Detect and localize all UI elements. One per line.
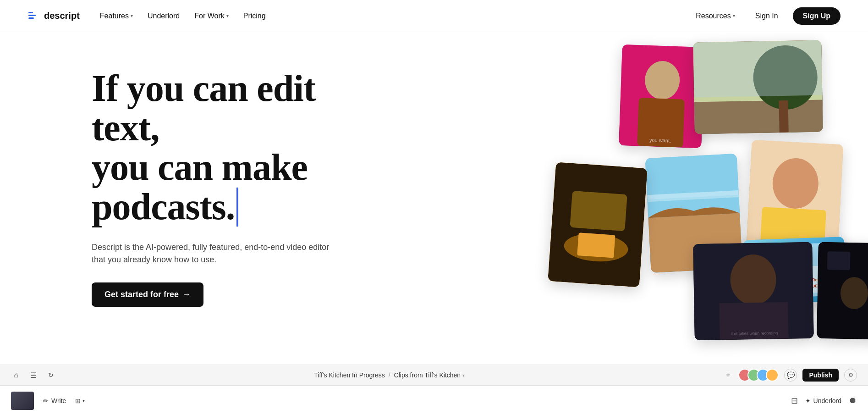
svg-text:DESIR: DESIR bbox=[812, 284, 824, 288]
svg-point-13 bbox=[771, 157, 820, 210]
svg-rect-29 bbox=[719, 302, 788, 340]
nav-resources-label: Resources bbox=[696, 12, 731, 20]
portrait-silhouette-1: you want. bbox=[619, 44, 705, 148]
settings-icon[interactable]: ⚙ bbox=[844, 369, 857, 382]
svg-rect-14 bbox=[759, 207, 826, 259]
nav-for-work-label: For Work bbox=[194, 12, 224, 20]
cta-arrow-icon: → bbox=[182, 290, 191, 299]
comment-icon[interactable]: 💬 bbox=[784, 369, 797, 382]
write-tool[interactable]: ✏ Write bbox=[43, 397, 66, 404]
media-card-desert bbox=[645, 154, 743, 273]
format-chevron-icon: ▾ bbox=[82, 398, 85, 403]
svg-rect-24 bbox=[806, 266, 834, 293]
app-chrome-bottombar: ✏ Write ⊞ ▾ ⊟ ✦ Underlord ⏺ bbox=[0, 386, 868, 415]
features-chevron-icon: ▾ bbox=[131, 13, 133, 18]
hero-headline-line1: If you can edit text, bbox=[92, 67, 315, 149]
breadcrumb-project[interactable]: Tiff's Kitchen In Progress bbox=[314, 371, 385, 379]
navbar: descript Features ▾ Underlord For Work ▾… bbox=[0, 0, 868, 32]
media-card-studio bbox=[817, 242, 868, 341]
format-selector[interactable]: ⊞ ▾ bbox=[75, 397, 85, 404]
svg-rect-3 bbox=[619, 44, 705, 148]
logo[interactable]: descript bbox=[27, 10, 80, 22]
svg-point-28 bbox=[730, 254, 777, 305]
svg-rect-23 bbox=[752, 243, 837, 299]
cta-button[interactable]: Get started for free → bbox=[92, 282, 203, 307]
breadcrumb-clip[interactable]: Clips from Tiff's Kitchen ▾ bbox=[394, 371, 465, 379]
resources-chevron-icon: ▾ bbox=[733, 13, 735, 18]
hero-subtext: Descript is the AI-powered, fully featur… bbox=[92, 241, 330, 266]
hero-content: If you can edit text, you can make podca… bbox=[0, 32, 367, 307]
svg-rect-27 bbox=[693, 242, 814, 341]
timeline-icon[interactable]: ⊟ bbox=[791, 396, 798, 406]
menu-icon[interactable]: ☰ bbox=[28, 370, 38, 380]
hero-headline-line2: you can make podcasts. bbox=[92, 146, 308, 227]
media-card-outdoor bbox=[693, 40, 823, 134]
svg-rect-18 bbox=[648, 213, 742, 273]
app-chrome: ⌂ ☰ ↻ Tiff's Kitchen In Progress / Clips… bbox=[0, 365, 868, 415]
logo-icon bbox=[27, 10, 40, 22]
svg-rect-10 bbox=[779, 100, 789, 133]
svg-text:# of takes when recording: # of takes when recording bbox=[731, 331, 778, 336]
nav-pricing-label: Pricing bbox=[243, 12, 266, 20]
chrome-right-icons: + 💬 Publish ⚙ bbox=[723, 369, 857, 382]
underlord-button[interactable]: ✦ Underlord bbox=[805, 397, 841, 404]
video-thumbnail bbox=[11, 392, 34, 410]
media-collage: you want. bbox=[456, 32, 868, 353]
breadcrumb-chevron-icon: ▾ bbox=[462, 373, 465, 378]
nav-pricing[interactable]: Pricing bbox=[238, 8, 271, 24]
media-card-portrait-2 bbox=[746, 140, 844, 259]
svg-rect-17 bbox=[647, 195, 739, 202]
svg-rect-22 bbox=[577, 232, 615, 258]
add-icon[interactable]: + bbox=[723, 370, 733, 380]
svg-point-21 bbox=[563, 232, 629, 264]
nav-underlord[interactable]: Underlord bbox=[142, 8, 185, 24]
chrome-bottom-left: ✏ Write ⊞ ▾ bbox=[11, 392, 85, 410]
svg-rect-7 bbox=[693, 40, 823, 134]
nav-features[interactable]: Features ▾ bbox=[94, 8, 138, 24]
breadcrumb-separator: / bbox=[389, 371, 390, 379]
nav-resources[interactable]: Resources ▾ bbox=[690, 8, 740, 24]
media-card-portrait-1: you want. bbox=[619, 44, 705, 148]
svg-text:Rebeca: Rebeca bbox=[812, 277, 828, 282]
svg-rect-12 bbox=[746, 140, 844, 259]
desert-landscape bbox=[645, 154, 743, 273]
svg-point-9 bbox=[753, 45, 818, 110]
svg-rect-19 bbox=[548, 162, 648, 287]
svg-rect-11 bbox=[693, 40, 822, 98]
hero-section: If you can edit text, you can make podca… bbox=[0, 0, 868, 415]
layout-icon: ⊞ bbox=[75, 397, 81, 404]
chrome-breadcrumb: Tiff's Kitchen In Progress / Clips from … bbox=[314, 371, 465, 379]
svg-rect-16 bbox=[647, 190, 739, 199]
svg-rect-0 bbox=[28, 12, 33, 13]
cta-label: Get started for free bbox=[104, 290, 179, 299]
write-label: Write bbox=[51, 397, 66, 404]
sign-in-button[interactable]: Sign In bbox=[748, 8, 786, 24]
avatar-cluster bbox=[738, 369, 779, 382]
outdoor-scene bbox=[693, 40, 823, 134]
text-cursor-icon bbox=[236, 188, 238, 227]
cooking-scene bbox=[548, 162, 648, 287]
sign-up-button[interactable]: Sign Up bbox=[793, 7, 841, 25]
pencil-icon: ✏ bbox=[43, 397, 49, 404]
avatar-4 bbox=[766, 369, 779, 382]
home-icon[interactable]: ⌂ bbox=[11, 370, 21, 380]
svg-text:you want.: you want. bbox=[649, 137, 671, 144]
nav-for-work[interactable]: For Work ▾ bbox=[189, 8, 234, 24]
record-icon[interactable]: ⏺ bbox=[849, 396, 857, 405]
svg-point-4 bbox=[644, 61, 681, 100]
svg-rect-5 bbox=[637, 98, 685, 147]
refresh-icon[interactable]: ↻ bbox=[46, 370, 56, 380]
media-card-recording-1: # of takes when recording bbox=[693, 242, 814, 341]
svg-rect-15 bbox=[645, 154, 740, 218]
logo-text: descript bbox=[44, 11, 80, 21]
svg-point-32 bbox=[840, 277, 868, 310]
svg-rect-8 bbox=[694, 100, 823, 134]
recording-scene-1: # of takes when recording bbox=[693, 242, 814, 341]
svg-rect-31 bbox=[817, 242, 868, 341]
navbar-right: Resources ▾ Sign In Sign Up bbox=[690, 7, 841, 25]
nav-underlord-label: Underlord bbox=[148, 12, 180, 20]
svg-rect-1 bbox=[28, 15, 36, 16]
publish-button[interactable]: Publish bbox=[802, 369, 839, 382]
hero-headline: If you can edit text, you can make podca… bbox=[92, 69, 367, 227]
svg-rect-34 bbox=[827, 251, 851, 270]
